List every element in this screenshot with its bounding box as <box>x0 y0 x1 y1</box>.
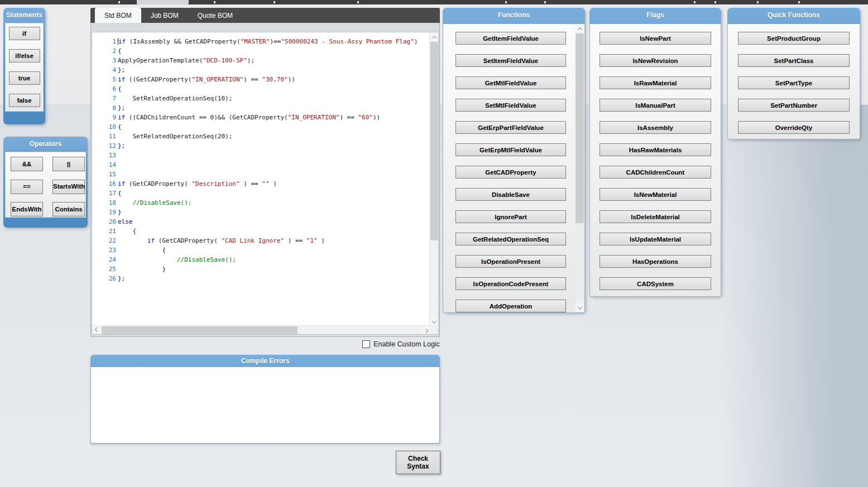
flag-button-isdeletematerial[interactable]: IsDeleteMaterial <box>600 210 711 223</box>
function-button-isoperationpresent[interactable]: IsOperationPresent <box>455 255 566 268</box>
compile-errors-title: Compile Errors <box>90 355 440 367</box>
flag-button-isupdatematerial[interactable]: IsUpdateMaterial <box>600 233 711 245</box>
tab-std-bom[interactable]: Std BOM <box>95 8 141 23</box>
quick-function-button-setproductgroup[interactable]: SetProductGroup <box>738 32 850 45</box>
function-button-geterpmtlfieldvalue[interactable]: GetErpMtlFieldValue <box>455 143 566 156</box>
toolbar-glyph-remnants <box>118 1 120 3</box>
function-button-setitemfieldvalue[interactable]: SetItemFieldValue <box>455 54 566 67</box>
chevron-down-icon <box>431 319 436 323</box>
function-button-disablesave[interactable]: DisableSave <box>455 188 566 201</box>
operator-button-endswith[interactable]: EndsWith <box>11 202 43 216</box>
scroll-left-button[interactable] <box>93 326 101 334</box>
code-line: 22 if (GetCADProperty( "CAD Link Ignore"… <box>92 236 430 245</box>
operators-panel: Operators &&||==StartsWithEndsWithContai… <box>3 137 88 228</box>
parent-tab-notch <box>137 0 189 4</box>
compile-errors-panel: Compile Errors <box>90 355 440 443</box>
quick-function-button-setparttype[interactable]: SetPartType <box>738 76 850 89</box>
functions-body: GetItemFieldValueSetItemFieldValueGetMtl… <box>443 24 585 313</box>
tab-job-bom[interactable]: Job BOM <box>141 8 188 23</box>
flag-button-isnewpart[interactable]: IsNewPart <box>600 32 711 45</box>
operator-button-contains[interactable]: Contains <box>52 202 85 216</box>
quick-function-button-setpartclass[interactable]: SetPartClass <box>738 54 850 67</box>
enable-custom-logic-row: Enable Custom Logic <box>90 339 440 350</box>
code-line: 1if (IsAssembly && GetCADProperty("MASTE… <box>92 37 430 46</box>
bom-tab-strip: Std BOMJob BOMQuote BOM <box>90 8 440 23</box>
code-line: 3ApplyOperationTemplate("DCD-100-SP"); <box>92 56 430 65</box>
code-line: 25 } <box>92 264 430 274</box>
function-button-isoperationcodepresent[interactable]: IsOperationCodePresent <box>455 277 566 290</box>
code-line: 19} <box>92 208 430 217</box>
enable-custom-logic-checkbox[interactable] <box>362 340 370 348</box>
statement-button-false[interactable]: false <box>9 94 40 107</box>
function-button-getrelatedoperationseq[interactable]: GetRelatedOperationSeq <box>455 233 566 245</box>
function-button-getcadproperty[interactable]: GetCADProperty <box>455 166 566 179</box>
flag-button-cadchildrencount[interactable]: CADChildrenCount <box>600 166 711 179</box>
editor-horizontal-scrollbar[interactable] <box>92 325 430 334</box>
statement-button-if-else[interactable]: if/else <box>9 49 40 62</box>
operators-body: &&||==StartsWithEndsWithContains <box>5 152 86 218</box>
code-line: 10{ <box>92 122 430 132</box>
statements-body: ifif/elsetruefalse <box>5 23 44 112</box>
compile-errors-output <box>90 367 440 443</box>
operator-button-startswith[interactable]: StartsWith <box>52 180 85 194</box>
bom-editor-section: Std BOMJob BOMQuote BOM 1if (IsAssembly … <box>90 8 440 337</box>
code-line: 7 SetRelatedOperationSeq(10); <box>92 94 430 103</box>
quick-function-button-setpartnumber[interactable]: SetPartNumber <box>738 99 850 112</box>
code-line: 4}; <box>92 65 430 75</box>
statement-button-if[interactable]: if <box>9 27 40 40</box>
enable-custom-logic-label: Enable Custom Logic <box>373 340 440 348</box>
flag-button-cadsystem[interactable]: CADSystem <box>600 277 711 290</box>
functions-scrollbar[interactable] <box>576 25 584 312</box>
function-button-getmtlfieldvalue[interactable]: GetMtlFieldValue <box>455 76 566 89</box>
scroll-down-button[interactable] <box>576 303 584 312</box>
check-syntax-button[interactable]: Check Syntax <box>396 451 440 474</box>
flags-panel: Flags IsNewPartIsNewRevisionIsRawMateria… <box>589 8 721 297</box>
code-line: 18 //DisableSave(); <box>92 198 430 208</box>
flag-button-isnewrevision[interactable]: IsNewRevision <box>600 54 711 67</box>
statement-button-true[interactable]: true <box>9 71 40 85</box>
function-button-ignorepart[interactable]: IgnorePart <box>455 210 566 223</box>
functions-title: Functions <box>443 8 585 23</box>
functions-panel: Functions GetItemFieldValueSetItemFieldV… <box>443 8 585 313</box>
flag-button-israwmaterial[interactable]: IsRawMaterial <box>600 76 711 89</box>
scroll-right-button[interactable] <box>421 326 430 334</box>
function-button-getitemfieldvalue[interactable]: GetItemFieldValue <box>455 32 566 45</box>
code-line: 15 <box>92 170 430 179</box>
flag-button-isnewmaterial[interactable]: IsNewMaterial <box>600 188 711 201</box>
code-line: 14 <box>92 160 430 170</box>
top-window-bar <box>0 0 868 4</box>
flag-button-ismanualpart[interactable]: IsManualPart <box>600 99 711 112</box>
horizontal-scroll-thumb[interactable] <box>102 326 298 334</box>
flag-button-isassembly[interactable]: IsAssembly <box>600 121 711 134</box>
flag-button-hasoperations[interactable]: HasOperations <box>600 255 711 268</box>
statements-panel: Statements ifif/elsetruefalse <box>3 8 45 124</box>
editor-vertical-scrollbar[interactable] <box>429 32 438 326</box>
operator-button-[interactable]: || <box>52 157 85 171</box>
chevron-up-icon <box>431 36 436 40</box>
scroll-down-button[interactable] <box>430 317 438 326</box>
flags-title: Flags <box>589 8 721 23</box>
code-line: 12}; <box>92 141 430 151</box>
scroll-up-button[interactable] <box>430 33 438 41</box>
code-line: 2{ <box>92 46 430 56</box>
function-button-setmtlfieldvalue[interactable]: SetMtlFieldValue <box>455 99 566 112</box>
code-line: 8}; <box>92 103 430 113</box>
quick-function-button-overrideqty[interactable]: OverrideQty <box>738 121 850 134</box>
code-editor: 1if (IsAssembly && GetCADProperty("MASTE… <box>92 32 439 335</box>
code-line: 9if ((CADChildrenCount == 0)&& (GetCADPr… <box>92 113 430 122</box>
code-line: 17{ <box>92 189 430 198</box>
operator-button-[interactable]: && <box>11 157 43 171</box>
operator-button-[interactable]: == <box>11 180 43 194</box>
code-line: 24 //DisableSave(); <box>92 255 430 264</box>
scroll-up-button[interactable] <box>576 25 584 33</box>
code-text-area[interactable]: 1if (IsAssembly && GetCADProperty("MASTE… <box>92 32 430 326</box>
flag-button-hasrawmaterials[interactable]: HasRawMaterials <box>600 143 711 156</box>
vertical-scroll-thumb[interactable] <box>430 42 439 240</box>
functions-scroll-thumb[interactable] <box>576 33 584 223</box>
code-line: 21 { <box>92 226 430 236</box>
function-button-geterppartfieldvalue[interactable]: GetErpPartFieldValue <box>455 121 566 134</box>
function-button-addoperation[interactable]: AddOperation <box>455 300 566 312</box>
code-line: 5if ((GetCADProperty("IN_OPERATION") == … <box>92 75 430 84</box>
tab-quote-bom[interactable]: Quote BOM <box>188 8 242 23</box>
code-line: 11 SetRelatedOperationSeq(20); <box>92 132 430 141</box>
